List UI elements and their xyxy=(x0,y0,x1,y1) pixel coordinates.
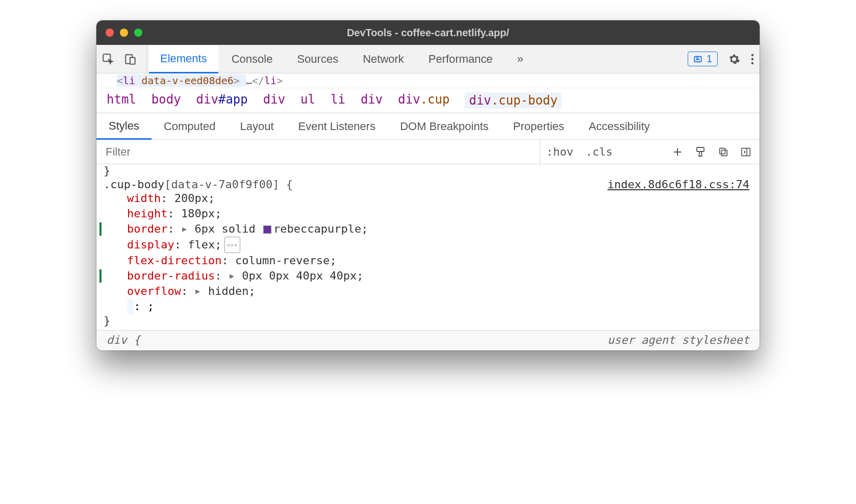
styles-pane: } index.8d6c6f18.css:74 .cup-body[data-v… xyxy=(96,164,760,330)
more-menu-icon[interactable] xyxy=(750,53,754,65)
close-window-dot[interactable] xyxy=(106,29,114,37)
css-declaration[interactable]: border: ▶ 6px solid rebeccapurple; xyxy=(122,221,749,237)
titlebar: DevTools - coffee-cart.netlify.app/ xyxy=(96,20,760,45)
new-declaration-line[interactable]: : ; xyxy=(122,299,749,314)
svg-rect-7 xyxy=(697,147,704,152)
tabbar-right-tools: 1 xyxy=(682,52,754,66)
paintbrush-icon[interactable] xyxy=(694,146,707,158)
dom-breadcrumbs: htmlbodydiv#appdivullidivdiv.cupdiv.cup-… xyxy=(96,88,760,113)
breadcrumb-item[interactable]: ul xyxy=(300,92,315,109)
main-tab-bar: Elements Console Sources Network Perform… xyxy=(96,45,760,73)
styles-filter-input[interactable] xyxy=(96,140,540,164)
subtab-a11y[interactable]: Accessibility xyxy=(576,113,662,139)
css-rule: index.8d6c6f18.css:74 .cup-body[data-v-7… xyxy=(96,177,760,328)
ua-label: user agent stylesheet xyxy=(608,334,749,346)
prev-rule-close: } xyxy=(96,164,760,177)
color-swatch[interactable] xyxy=(263,225,271,234)
tab-sources[interactable]: Sources xyxy=(286,45,349,73)
traffic-lights xyxy=(106,29,142,37)
device-toolbar-icon[interactable] xyxy=(124,53,137,66)
devtools-window: DevTools - coffee-cart.netlify.app/ Elem… xyxy=(96,20,760,350)
breadcrumb-item[interactable]: div#app xyxy=(196,92,248,109)
ua-selector: div { xyxy=(107,334,140,346)
svg-rect-8 xyxy=(721,150,727,156)
inspect-element-icon[interactable] xyxy=(102,53,115,66)
tab-overflow[interactable]: » xyxy=(506,45,535,73)
svg-rect-2 xyxy=(130,57,135,64)
breadcrumb-item[interactable]: div.cup-body xyxy=(465,92,561,109)
svg-rect-10 xyxy=(742,148,750,156)
breadcrumb-item[interactable]: div xyxy=(263,92,285,109)
breadcrumb-item[interactable]: html xyxy=(107,92,136,109)
css-declaration[interactable]: border-radius: ▶ 0px 0px 40px 40px; xyxy=(122,268,749,284)
tab-performance[interactable]: Performance xyxy=(417,45,504,73)
rule-close-brace: } xyxy=(104,314,749,327)
dom-tree-row[interactable]: <li data-v-eed08de6> …</li> xyxy=(96,73,760,88)
svg-point-6 xyxy=(751,62,754,64)
copy-icon[interactable] xyxy=(718,146,729,158)
styles-subtabs: Styles Computed Layout Event Listeners D… xyxy=(96,113,760,140)
breadcrumb-item[interactable]: div xyxy=(361,92,383,109)
css-declaration[interactable]: width: 200px; xyxy=(122,191,749,206)
flex-badge-icon[interactable]: ▫▫▫ xyxy=(224,237,240,253)
tab-console[interactable]: Console xyxy=(220,45,284,73)
subtab-props[interactable]: Properties xyxy=(501,113,576,139)
cls-toggle[interactable]: .cls xyxy=(580,145,619,158)
subtab-layout[interactable]: Layout xyxy=(228,113,286,139)
issues-icon xyxy=(693,55,702,64)
subtab-computed[interactable]: Computed xyxy=(152,113,228,139)
tabbar-left-tools xyxy=(102,45,147,73)
breadcrumb-item[interactable]: body xyxy=(152,92,181,109)
svg-point-5 xyxy=(751,58,754,60)
issues-badge[interactable]: 1 xyxy=(688,52,718,66)
breadcrumb-item[interactable]: div.cup xyxy=(398,92,449,109)
subtab-dom-bp[interactable]: DOM Breakpoints xyxy=(388,113,501,139)
styles-filterbar: :hov .cls xyxy=(96,140,760,164)
css-declaration[interactable]: overflow: ▶ hidden; xyxy=(122,284,749,299)
css-declaration[interactable]: display: flex;▫▫▫ xyxy=(122,237,749,253)
zoom-window-dot[interactable] xyxy=(134,29,142,37)
new-style-rule-icon[interactable] xyxy=(672,146,683,158)
user-agent-rule: div { user agent stylesheet xyxy=(96,330,760,350)
issues-count: 1 xyxy=(707,53,712,65)
toggle-sidebar-icon[interactable] xyxy=(740,146,751,158)
hov-toggle[interactable]: :hov xyxy=(540,145,580,158)
css-declaration[interactable]: height: 180px; xyxy=(122,206,749,221)
svg-point-4 xyxy=(751,54,754,56)
svg-rect-9 xyxy=(720,148,725,154)
minimize-window-dot[interactable] xyxy=(120,29,128,37)
source-link[interactable]: index.8d6c6f18.css:74 xyxy=(608,178,749,191)
subtab-event[interactable]: Event Listeners xyxy=(286,113,388,139)
tab-elements[interactable]: Elements xyxy=(149,45,218,73)
css-declaration[interactable]: flex-direction: column-reverse; xyxy=(122,253,749,268)
subtab-styles[interactable]: Styles xyxy=(96,114,152,140)
breadcrumb-item[interactable]: li xyxy=(331,92,345,109)
settings-gear-icon[interactable] xyxy=(728,53,740,65)
tab-network[interactable]: Network xyxy=(351,45,415,73)
window-title: DevTools - coffee-cart.netlify.app/ xyxy=(96,27,760,39)
